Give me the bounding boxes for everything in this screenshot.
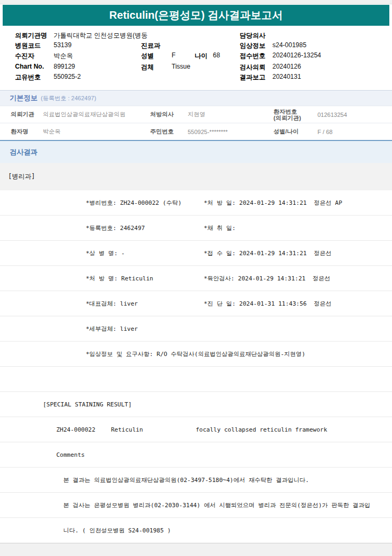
value-resident-reg-no: 550925-******** [188,129,273,135]
empty-row [0,367,392,392]
label-requesting-org: 의뢰기관명 [15,31,47,40]
field-main-specimen: *대표검체: liver [86,300,138,308]
field-diagnosis-date: *진 단 일: 2024-01-31 11:43:56 정은선 [204,300,331,308]
result-field-row: *병리번호: ZH24-000022 (수탁) *처 방 일: 2024-01-… [0,190,392,216]
table-row: 의뢰기관 의료법인삼광의료재단삼광의원 처방의사 지현영 환자번호(의뢰기관) … [0,106,392,123]
label-patient-no-referrer: 환자번호(의뢰기관) [273,108,317,121]
comments-label-row: Comments [0,442,392,468]
field-clinical-info-request: *임상정보 및 요구사항: R/O 수탁검사(의료법인삼광의료재단삼광의원-지현… [86,350,305,358]
clinical-info-row: *임상정보 및 요구사항: R/O 수탁검사(의료법인삼광의료재단삼광의원-지현… [0,342,392,367]
value-patient-name: 박순옥 [54,51,73,61]
field-collection-date: *채 취 일: [204,224,236,232]
value-specimen: Tissue [172,63,190,70]
report-title: Reticulin(은평성모) 검사결과보고서 [109,8,283,23]
label-specimen: 검체 [141,63,154,72]
label-prescribing-doctor: 처방의사 [150,110,188,118]
label-unique-no: 고유번호 [15,73,41,82]
request-info-section: 의뢰기관명 가톨릭대학교 인천성모병원(병동 병원코드 53139 수진자 박순… [0,31,392,87]
value-hospital-code: 53139 [54,41,71,49]
label-resident-reg-no: 주민번호 [150,128,188,136]
comment-line-1: 본 결과는 의료법인삼광의료재단삼광의원(02-3497-5180~4)에서 재… [63,476,309,484]
bottom-strip [0,543,392,556]
label-chart-no: Chart No. [15,63,44,70]
special-staining-header-row: [SPECIAL STAINING RESULT] [0,392,392,417]
result-field-row: *등록번호: 2462497 *채 취 일: [0,216,392,241]
stain-result-name: Reticulin [111,426,143,433]
value-referring-org: 의료법인삼광의료재단삼광의원 [43,110,150,118]
department-label: [병리과] [8,172,35,181]
value-unique-no: 550925-2 [54,73,81,80]
label-receipt-no: 접수번호 [240,51,265,61]
department-row: [병리과] [0,163,392,190]
field-gross-exam-date: *육안검사: 2024-01-29 14:31:21 정은선 [204,275,330,283]
value-clinical-info: s24-001985 [272,41,306,49]
comment-line-2: 본 검사는 은평성모병원 병리과(02-2030-3144) 에서 시행되었으며… [63,501,371,509]
label-patient-name: 수진자 [15,51,34,61]
comment-row: 니다. ( 인천성모병원 S24-001985 ) [0,518,392,543]
value-patient-name-basic: 박순옥 [43,128,150,136]
value-patient-no-referrer: 012613254 [317,112,392,118]
field-registration-no: *등록번호: 2462497 [86,224,145,232]
field-sub-specimen: *세부검체: liver [86,325,138,333]
stain-result-row: ZH24-000022 Reticulin focally collapsed … [0,417,392,442]
label-doctor-in-charge: 담당의사 [240,31,265,40]
basic-info-table: 의뢰기관 의료법인삼광의료재단삼광의원 처방의사 지현영 환자번호(의뢰기관) … [0,106,392,141]
special-staining-header: [SPECIAL STAINING RESULT] [43,401,132,408]
result-field-row: *대표검체: liver *진 단 일: 2024-01-31 11:43:56… [0,291,392,316]
basic-info-reg-note: (등록번호 : 2462497) [41,94,96,102]
label-referring-org: 의뢰기관 [11,110,43,118]
field-diagnosis-name: *상 병 명: - [86,249,125,257]
top-window-strip [0,0,392,4]
label-age: 나이 [195,51,208,61]
table-row: 환자명 박순옥 주민번호 550925-******** 성별/나이 F / 6… [0,123,392,140]
value-sex: F [172,51,175,59]
value-chart-no: 899129 [54,63,75,70]
label-sex: 성별 [141,51,154,61]
label-test-requested-date: 검사의뢰 [240,63,265,72]
field-prescription-date: *처 방 일: 2024-01-29 14:31:21 정은선 AP [204,199,342,207]
field-order-name: *처 방 명: Reticulin [86,275,153,283]
label-patient-name-basic: 환자명 [11,128,43,136]
result-field-row: *상 병 명: - *접 수 일: 2024-01-29 14:31:21 정은… [0,241,392,266]
comments-label: Comments [56,451,85,458]
results-content: [병리과] *병리번호: ZH24-000022 (수탁) *처 방 일: 20… [0,163,392,543]
label-hospital-code: 병원코드 [15,41,41,50]
value-result-reported-date: 20240131 [272,73,301,80]
label-result-reported-date: 결과보고 [240,73,265,82]
report-title-bar: Reticulin(은평성모) 검사결과보고서 [3,5,389,26]
comment-row: 본 검사는 은평성모병원 병리과(02-2030-3144) 에서 시행되었으며… [0,493,392,518]
value-receipt-no: 20240126-13254 [272,51,321,59]
comment-line-3: 니다. ( 인천성모병원 S24-001985 ) [63,527,171,535]
result-field-row: *처 방 명: Reticulin *육안검사: 2024-01-29 14:3… [0,266,392,291]
basic-info-section: 기본정보 (등록번호 : 2462497) 의뢰기관 의료법인삼광의료재단삼광의… [0,90,392,141]
label-department: 진료과 [141,41,160,50]
results-section-title: 검사결과 [10,147,38,157]
value-requesting-org: 가톨릭대학교 인천성모병원(병동 [54,31,147,40]
value-test-requested-date: 20240126 [272,63,301,70]
basic-info-title: 기본정보 [10,93,38,103]
value-sex-age: F / 68 [317,129,392,135]
field-pathology-no: *병리번호: ZH24-000022 (수탁) [86,199,182,207]
result-field-row: *세부검체: liver [0,316,392,342]
label-clinical-info: 임상정보 [240,41,265,50]
stain-result-finding: focally collapsed reticulin framework [196,426,327,433]
value-age: 68 [213,51,220,59]
stain-result-code: ZH24-000022 [56,426,95,433]
results-section-header: 검사결과 [0,140,392,163]
comment-row: 본 결과는 의료법인삼광의료재단삼광의원(02-3497-5180~4)에서 재… [0,468,392,493]
label-patient-no-line2: (의뢰기관) [273,115,301,121]
label-sex-age: 성별/나이 [273,128,317,136]
basic-info-header: 기본정보 (등록번호 : 2462497) [0,90,392,106]
field-receipt-date: *접 수 일: 2024-01-29 14:31:21 정은선 [204,249,331,257]
value-prescribing-doctor: 지현영 [188,110,273,118]
label-patient-no-line1: 환자번호 [273,108,297,115]
